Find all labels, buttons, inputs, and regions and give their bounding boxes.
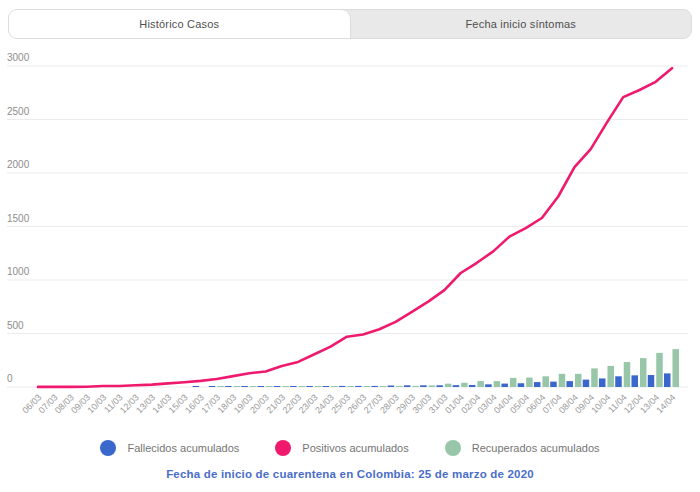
fallecidos-bar — [501, 384, 508, 387]
fallecidos-dot-icon — [100, 440, 116, 456]
fallecidos-bar — [599, 378, 606, 387]
fallecidos-bar — [469, 385, 476, 387]
fallecidos-bar — [339, 386, 346, 387]
recuperados-bar — [234, 386, 241, 387]
tab-historico-casos-label: Histórico Casos — [139, 18, 219, 30]
fallecidos-bar — [518, 383, 525, 387]
fallecidos-bar — [388, 386, 395, 387]
recuperados-bar — [624, 362, 631, 387]
fallecidos-bar — [664, 373, 671, 387]
tab-fecha-inicio-sintomas[interactable]: Fecha inicio síntomas — [351, 10, 692, 38]
recuperados-bar — [575, 374, 582, 387]
fallecidos-bar — [631, 375, 638, 387]
recuperados-bar — [640, 358, 647, 387]
fallecidos-bar — [258, 386, 265, 387]
legend-item-recuperados[interactable]: Recuperados acumulados — [445, 440, 600, 456]
fallecidos-bar — [550, 382, 557, 387]
y-tick-label: 1500 — [7, 213, 30, 224]
tab-bar: Histórico Casos Fecha inicio síntomas — [8, 9, 692, 39]
fallecidos-bar — [274, 386, 281, 387]
recuperados-bar — [607, 366, 614, 387]
positivos-line — [38, 68, 672, 387]
x-tick-label: 14/04 — [654, 392, 677, 415]
quarantine-note: Fecha de inicio de cuarentena en Colombi… — [0, 468, 700, 480]
fallecidos-bar — [615, 376, 622, 387]
recuperados-dot-icon — [445, 440, 461, 456]
fallecidos-bar — [290, 386, 297, 387]
legend-label-fallecidos: Fallecidos acumulados — [127, 442, 239, 454]
recuperados-bar — [412, 386, 419, 387]
y-tick-label: 1000 — [7, 266, 30, 277]
recuperados-bar — [315, 386, 322, 387]
fallecidos-bar — [241, 386, 248, 387]
recuperados-bar — [591, 368, 598, 387]
tab-fecha-inicio-sintomas-label: Fecha inicio síntomas — [465, 18, 576, 30]
recuperados-bar — [380, 386, 387, 387]
fallecidos-bar — [225, 386, 232, 387]
y-tick-label: 2500 — [7, 106, 30, 117]
y-tick-label: 500 — [7, 320, 24, 331]
legend-label-recuperados: Recuperados acumulados — [472, 442, 600, 454]
cases-history-chart: 05001000150020002500300006/0307/0308/030… — [0, 42, 700, 432]
fallecidos-bar — [193, 386, 200, 387]
fallecidos-bar — [323, 386, 330, 387]
tab-historico-casos[interactable]: Histórico Casos — [9, 10, 351, 38]
fallecidos-bar — [566, 381, 573, 387]
recuperados-bar — [656, 353, 663, 387]
covid-dashboard: Histórico Casos Fecha inicio síntomas 05… — [0, 0, 700, 492]
fallecidos-bar — [583, 380, 590, 387]
legend-label-positivos: Positivos acumulados — [302, 442, 408, 454]
fallecidos-bar — [648, 375, 655, 387]
chart-area: 05001000150020002500300006/0307/0308/030… — [0, 42, 700, 432]
recuperados-bar — [526, 378, 533, 387]
recuperados-bar — [461, 383, 468, 387]
recuperados-bar — [299, 386, 306, 387]
positivos-dot-icon — [275, 440, 291, 456]
fallecidos-bar — [485, 384, 492, 387]
fallecidos-bar — [209, 386, 216, 387]
fallecidos-bar — [453, 385, 460, 387]
recuperados-bar — [542, 376, 549, 387]
chart-legend: Fallecidos acumulados Positivos acumulad… — [0, 440, 700, 456]
legend-item-fallecidos[interactable]: Fallecidos acumulados — [100, 440, 239, 456]
recuperados-bar — [364, 386, 371, 387]
recuperados-bar — [673, 349, 680, 387]
fallecidos-bar — [306, 386, 313, 387]
y-tick-label: 0 — [7, 373, 13, 384]
recuperados-bar — [282, 386, 289, 387]
recuperados-bar — [510, 378, 517, 387]
recuperados-bar — [477, 381, 484, 387]
recuperados-bar — [266, 386, 273, 387]
y-tick-label: 3000 — [7, 52, 30, 63]
recuperados-bar — [494, 381, 501, 387]
recuperados-bar — [445, 384, 452, 387]
recuperados-bar — [347, 386, 354, 387]
fallecidos-bar — [420, 385, 427, 387]
fallecidos-bar — [371, 386, 378, 387]
legend-item-positivos[interactable]: Positivos acumulados — [275, 440, 408, 456]
recuperados-bar — [396, 386, 403, 387]
fallecidos-bar — [355, 386, 362, 387]
recuperados-bar — [331, 386, 338, 387]
recuperados-bar — [217, 386, 224, 387]
recuperados-bar — [559, 374, 566, 387]
fallecidos-bar — [534, 382, 541, 387]
y-tick-label: 2000 — [7, 159, 30, 170]
fallecidos-bar — [436, 385, 443, 387]
fallecidos-bar — [404, 385, 411, 387]
recuperados-bar — [250, 386, 256, 387]
recuperados-bar — [429, 385, 436, 387]
